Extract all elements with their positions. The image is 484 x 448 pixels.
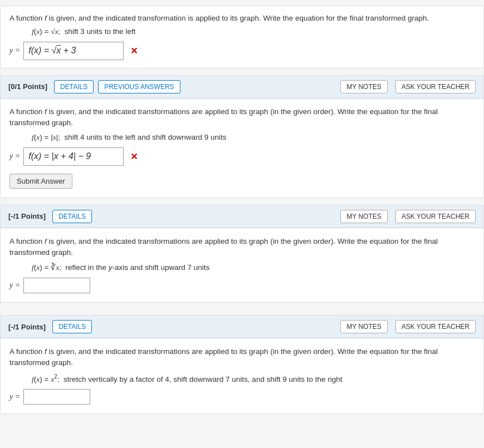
question-intro-1: A function f is given, and the indicated…	[9, 106, 475, 129]
page-container: A function f is given, and the indicated…	[0, 6, 484, 414]
answer-input-2[interactable]	[23, 278, 90, 293]
y-equals-0: y =	[9, 46, 20, 55]
function-desc-1: f(x) = |x|; shift 4 units to the left an…	[32, 133, 475, 142]
submit-button-1[interactable]: Submit Answer	[9, 174, 72, 189]
points-label-2: [-/1 Points]	[8, 212, 46, 220]
question-body-2: A function f is given, and the indicated…	[1, 228, 483, 303]
question-body-1: A function f is given, and the indicated…	[1, 99, 483, 198]
ask-teacher-button-3[interactable]: ASK YOUR TEACHER	[395, 320, 476, 333]
question-intro-3: A function f is given, and the indicated…	[9, 346, 475, 369]
question-body-3: A function f is given, and the indicated…	[1, 338, 483, 413]
question-intro-0: A function f is given, and the indicated…	[9, 13, 475, 24]
submit-area-1: Submit Answer	[9, 166, 475, 189]
answer-input-3[interactable]	[23, 389, 90, 405]
answer-row-1: y = f(x) = |x + 4| − 9 ✕	[9, 147, 475, 165]
answer-row-2: y =	[9, 278, 475, 293]
answer-display-0: f(x) = √x + 3	[23, 42, 124, 60]
y-equals-3: y =	[9, 392, 20, 401]
question-header-3: [-/1 Points] DETAILS MY NOTES ASK YOUR T…	[1, 316, 483, 338]
question-intro-2: A function f is given, and the indicated…	[9, 236, 475, 259]
question-header-1: [0/1 Points] DETAILS PREVIOUS ANSWERS MY…	[1, 76, 483, 99]
details-button-3[interactable]: DETAILS	[52, 320, 92, 333]
answer-display-1: f(x) = |x + 4| − 9	[23, 147, 124, 165]
wrong-icon-1: ✕	[130, 151, 138, 162]
question-block-2: [-/1 Points] DETAILS MY NOTES ASK YOUR T…	[0, 205, 484, 303]
question-block-1: [0/1 Points] DETAILS PREVIOUS ANSWERS MY…	[0, 75, 484, 198]
points-label-1: [0/1 Points]	[8, 82, 47, 91]
function-desc-0: f(x) = √x; shift 3 units to the left	[32, 27, 475, 36]
details-button-1[interactable]: DETAILS	[54, 80, 94, 93]
my-notes-button-2[interactable]: MY NOTES	[340, 210, 387, 223]
ask-teacher-button-2[interactable]: ASK YOUR TEACHER	[395, 210, 476, 223]
answer-row-3: y =	[9, 389, 475, 405]
function-desc-3: f(x) = x2; stretch vertically by a facto…	[32, 373, 475, 384]
my-notes-button-1[interactable]: MY NOTES	[340, 80, 387, 93]
question-block-0: A function f is given, and the indicated…	[0, 6, 484, 68]
previous-answers-button-1[interactable]: PREVIOUS ANSWERS	[98, 80, 180, 93]
wrong-icon-0: ✕	[130, 46, 138, 56]
ask-teacher-button-1[interactable]: ASK YOUR TEACHER	[395, 80, 476, 93]
y-equals-1: y =	[9, 152, 20, 161]
function-desc-2: f(x) = ∛x; reflect in the y-axis and shi…	[32, 263, 475, 272]
y-equals-2: y =	[9, 281, 20, 290]
points-label-3: [-/1 Points]	[8, 323, 46, 331]
answer-row-0: y = f(x) = √x + 3 ✕	[9, 42, 475, 60]
details-button-2[interactable]: DETAILS	[52, 210, 92, 223]
my-notes-button-3[interactable]: MY NOTES	[340, 320, 387, 333]
question-block-3: [-/1 Points] DETAILS MY NOTES ASK YOUR T…	[0, 315, 484, 414]
question-header-2: [-/1 Points] DETAILS MY NOTES ASK YOUR T…	[1, 205, 483, 228]
